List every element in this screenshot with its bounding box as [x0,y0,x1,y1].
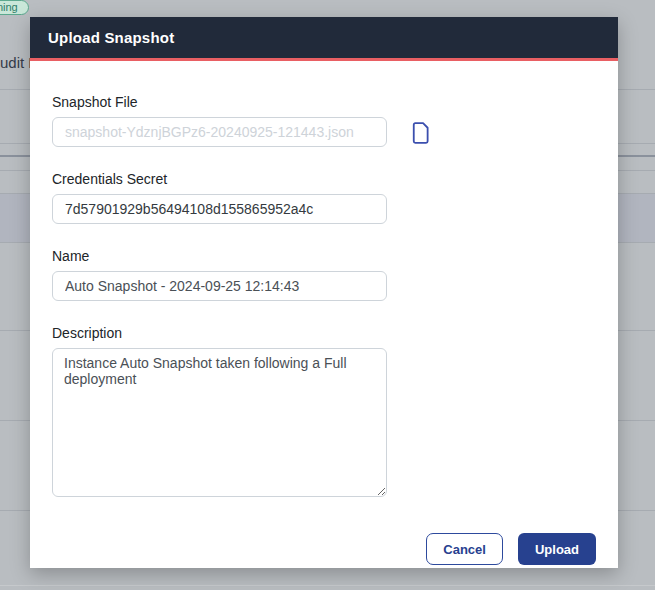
name-field: Name [52,248,596,301]
upload-button[interactable]: Upload [518,533,596,565]
file-icon [411,121,430,144]
description-field: Description Instance Auto Snapshot taken… [52,325,596,501]
modal-footer: Cancel Upload [52,533,596,565]
description-label: Description [52,325,596,341]
snapshot-file-field: Snapshot File [52,94,596,147]
credentials-secret-input[interactable] [52,194,387,224]
snapshot-file-input-row [52,117,596,147]
credentials-secret-label: Credentials Secret [52,171,596,187]
modal-body: Snapshot File Credentials Secret Name [30,61,618,586]
status-badge: running [0,0,29,15]
credentials-secret-field: Credentials Secret [52,171,596,224]
upload-snapshot-modal: Upload Snapshot Snapshot File Credential… [30,17,618,568]
modal-title: Upload Snapshot [48,29,174,46]
cancel-button[interactable]: Cancel [426,533,503,565]
snapshot-file-label: Snapshot File [52,94,596,110]
snapshot-file-input[interactable] [52,117,387,147]
file-icon-button[interactable] [411,121,430,144]
description-textarea[interactable]: Instance Auto Snapshot taken following a… [52,348,387,497]
modal-header: Upload Snapshot [30,17,618,58]
name-input[interactable] [52,271,387,301]
name-label: Name [52,248,596,264]
